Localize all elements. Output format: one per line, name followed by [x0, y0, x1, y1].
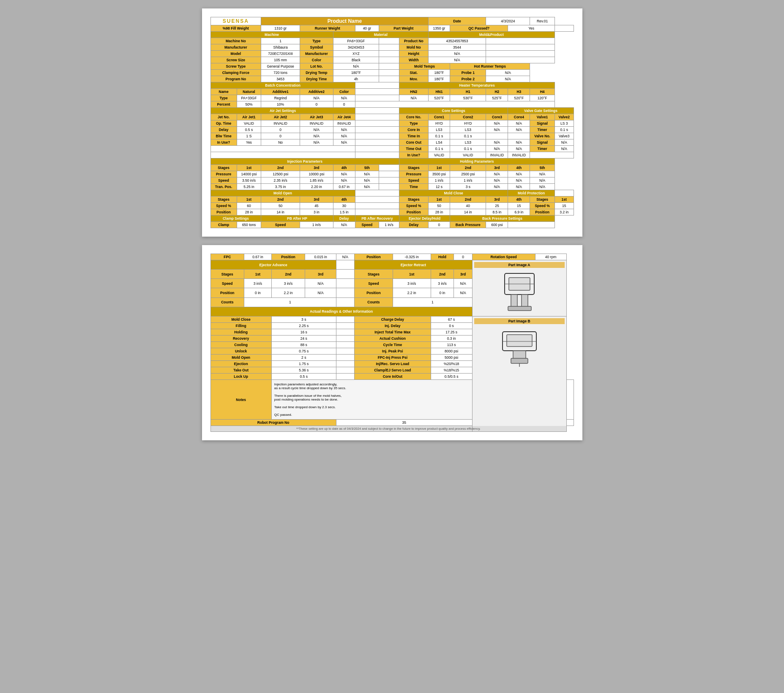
ea-count: 1 — [244, 297, 336, 307]
air-jet-header: Air Jet Settings — [210, 108, 355, 114]
tp-067: 0.67 in — [333, 184, 355, 190]
mo-1st: 1st — [237, 196, 261, 203]
hn2-label: HN2 — [399, 89, 429, 95]
p-0b: 0 — [333, 101, 355, 108]
delay-value: N/A — [333, 222, 355, 228]
t-520a: 520°F — [428, 95, 450, 101]
lot-no-value: N/A — [333, 63, 379, 70]
fpc-value: 0.67 in — [244, 254, 272, 260]
t-120: 120°F — [530, 95, 555, 101]
timer-label: Timer — [530, 127, 555, 133]
mo-pos4: 1.5 in — [333, 209, 355, 216]
mc-pos3: 8.5 in — [486, 209, 508, 216]
ej-value: 1.75 s — [271, 361, 336, 367]
cycle-time-label: Cycle Time — [355, 342, 431, 348]
na6-val: N/A — [486, 146, 508, 152]
mo-pos3: 3 in — [300, 209, 333, 216]
mov-label: Mov. — [399, 76, 429, 82]
ip-2nd: 2nd — [261, 165, 300, 171]
core-in-out-value: 0.5/0.5 s — [431, 374, 472, 380]
product-name-header: Product Name — [261, 17, 428, 25]
mc-pos1: 28 in — [428, 209, 450, 216]
type3-label: Type — [399, 120, 429, 127]
tp-375: 3.75 in — [261, 184, 300, 190]
mc-spd3: 25 — [486, 203, 508, 209]
core1-label: Core1 — [428, 114, 450, 120]
ls3a-val: LS3 — [428, 127, 450, 133]
mc-3rd: 3rd — [486, 196, 508, 203]
take-out-value: 5.36 s — [271, 367, 336, 374]
pb-after-recovery-header: PB After Recovery — [355, 216, 399, 222]
cycle-time-value: 113 s — [431, 342, 472, 348]
fill-value: 2.25 s — [271, 323, 336, 329]
iu-na1: N/A — [300, 139, 333, 146]
p-50: 50% — [237, 101, 261, 108]
symbol-label: Symbol — [300, 44, 333, 51]
inj-rec-value: %20/%18 — [431, 361, 472, 367]
ea-position-label: Position — [210, 288, 244, 297]
take-out-label: Take Out — [210, 367, 271, 374]
hp-3rd: 3rd — [486, 165, 508, 171]
ht-time-label: Time — [399, 184, 429, 190]
is-na1: N/A — [333, 177, 355, 184]
inj-peak-label: Inj. Peak Psi — [355, 348, 431, 355]
airjet3-label: Air Jet3 — [300, 114, 333, 120]
na5-val: N/A — [508, 139, 530, 146]
holding-params-header: Holding Parameters — [399, 158, 555, 165]
p2-pos2-value: -0.325 in — [393, 254, 431, 260]
hp-5th: 5th — [530, 165, 555, 171]
mo-value-p2: 2 s — [271, 355, 336, 361]
ls3-value: LS 3 — [555, 120, 574, 127]
lot-no-label: Lot No. — [300, 63, 333, 70]
svg-rect-9 — [513, 351, 526, 359]
rec-value: 24 s — [271, 336, 336, 342]
mfr-label: Manufacturer — [300, 51, 333, 57]
speed-label2: Speed — [261, 222, 300, 228]
mo-spd2: 50 — [261, 203, 300, 209]
date-label: Date — [428, 17, 486, 25]
mold-open-label-p2: Mold Open — [210, 355, 271, 361]
is-185: 1.85 in/s — [300, 177, 333, 184]
valve1-label: Valve1 — [530, 114, 555, 120]
footnote-text: **These setting are up to date as of 04/… — [210, 426, 566, 432]
p2-na: N/A — [336, 254, 354, 260]
drying-temp-label: Drying Temp — [300, 70, 333, 76]
bt-0: 0 — [261, 133, 300, 139]
fpc-inj-label: FPC-Inj Press Psi — [355, 355, 431, 361]
er-spd1: 3 in/s — [393, 279, 431, 288]
tp-na: N/A — [355, 184, 379, 190]
actual-cushion-label: Actual Cushion — [355, 336, 431, 342]
mold-temps-label: Mold Temps — [399, 63, 450, 70]
hold-time-value: 16 s — [271, 329, 336, 336]
mo-pos1: 28 in — [237, 209, 261, 216]
probe1-value: N/A — [486, 70, 530, 76]
back-pressure-label2: Back Pressure — [450, 222, 486, 228]
mov-value: 180°F — [428, 76, 450, 82]
main-table-p1: SUENSA Product Name Date 4/3/2024 Rev.01… — [210, 17, 574, 228]
hp-pressure-label: Pressure — [399, 171, 429, 177]
color2-label: Color — [333, 89, 355, 95]
inj-rec-servo-label: Inj/Rec. Servo Load — [355, 361, 431, 367]
valve-gate-header: Valve Gate Settings — [508, 108, 574, 114]
core2-label: Core2 — [450, 114, 486, 120]
iu-na2: N/A — [333, 139, 355, 146]
hs-1a: 1 in/s — [428, 177, 450, 184]
part-image-a-label: Part Image A — [474, 262, 565, 268]
runner-weight-value: 40 gr — [355, 25, 379, 32]
inj-peak-value: 8000 psi — [431, 348, 472, 355]
mp-pos1: 3.2 in — [555, 209, 574, 216]
type2-label: Type — [210, 95, 237, 101]
ea-speed-label: Speed — [210, 279, 244, 288]
er-3rd: 3rd — [454, 270, 472, 279]
page-1: SUENSA Product Name Date 4/3/2024 Rev.01… — [202, 8, 582, 237]
probe2-value: N/A — [486, 76, 530, 82]
robot-program-label: Robot Program No — [210, 420, 336, 426]
tp-525: 5.25 in — [237, 184, 261, 190]
speed-label3: Speed — [355, 222, 379, 228]
machine-section: Machine — [210, 32, 333, 38]
er-counts-label: Counts — [355, 297, 393, 307]
t-530: 530°F — [450, 95, 486, 101]
cd-value: 67 s — [431, 316, 472, 323]
er-spd3: N/A — [454, 279, 472, 288]
time-in-label: Time In — [399, 133, 429, 139]
